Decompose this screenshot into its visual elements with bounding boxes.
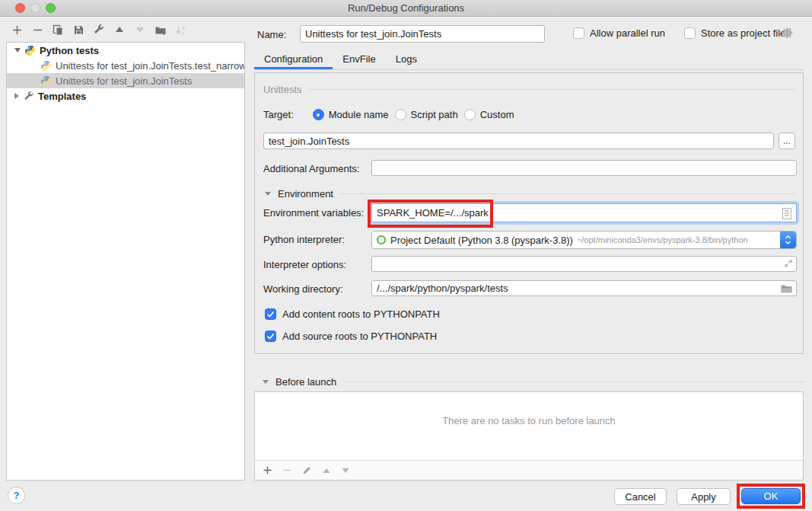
cancel-button[interactable]: Cancel (614, 488, 667, 505)
add-content-roots-checkbox[interactable]: Add content roots to PYTHONPATH (265, 308, 440, 320)
name-label: Name: (257, 29, 286, 40)
svg-text:a: a (182, 24, 185, 30)
separator-line (340, 193, 795, 194)
settings-tabs: Configuration EnvFile Logs (254, 49, 804, 70)
python-interpreter-value: Project Default (Python 3.8 (pyspark-3.8… (390, 235, 573, 246)
radio-module-name-label: Module name (329, 109, 389, 120)
title-bar: Run/Debug Configurations (0, 0, 812, 17)
before-launch-title: Before launch (275, 376, 336, 388)
save-configuration-icon[interactable] (72, 23, 85, 37)
add-task-icon[interactable] (263, 465, 272, 475)
conda-environment-icon (377, 235, 386, 244)
allow-parallel-run-checkbox[interactable]: Allow parallel run (573, 27, 665, 39)
run-debug-configurations-dialog: Run/Debug Configurations az (0, 0, 812, 511)
templates-wrench-icon (23, 91, 34, 102)
tree-item-test-narrow[interactable]: Unittests for test_join.JoinTests.test_n… (7, 58, 244, 73)
add-source-roots-checkbox[interactable]: Add source roots to PYTHONPATH (265, 331, 437, 342)
edit-templates-icon[interactable] (92, 23, 106, 37)
browse-variables-icon[interactable] (782, 208, 791, 219)
checkbox-unchecked[interactable] (573, 27, 584, 39)
store-as-project-file-label: Store as project file (701, 27, 785, 39)
move-up-icon[interactable] (113, 23, 126, 37)
working-directory-label: Working directory: (263, 283, 343, 295)
additional-arguments-label: Additional Arguments: (263, 163, 359, 174)
tree-item-label: Unittests for test_join.JoinTests.test_n… (56, 60, 244, 72)
environment-variables-label: Environment variables: (263, 207, 364, 219)
close-window-button[interactable] (15, 3, 25, 13)
add-configuration-icon[interactable] (10, 23, 24, 37)
red-highlight-ok: OK (737, 484, 805, 509)
collapse-triangle-icon[interactable] (265, 192, 271, 196)
working-directory-field[interactable]: /.../spark/python/pyspark/tests (371, 280, 797, 296)
new-folder-icon[interactable] (154, 23, 167, 37)
add-content-roots-label: Add content roots to PYTHONPATH (282, 308, 440, 320)
before-launch-toolbar (255, 460, 803, 480)
tab-logs[interactable]: Logs (386, 49, 427, 69)
move-task-down-icon (341, 467, 350, 474)
expand-field-icon[interactable] (784, 259, 793, 268)
tree-group-label: Python tests (40, 45, 99, 56)
python-icon (24, 45, 36, 56)
tree-group-label: Templates (38, 91, 86, 102)
target-row: Target: Module name Script path Custom (263, 109, 520, 120)
configurations-toolbar: az (10, 23, 188, 37)
environment-variables-field[interactable]: SPARK_HOME=/.../spark (371, 203, 797, 222)
folder-icon[interactable] (781, 284, 792, 293)
remove-configuration-icon[interactable] (30, 23, 44, 37)
separator-line (309, 89, 795, 90)
before-launch-empty-message: There are no tasks to run before launch (255, 415, 803, 426)
name-input[interactable] (300, 25, 545, 43)
move-down-icon (133, 23, 147, 37)
environment-section-title: Environment (278, 188, 333, 200)
python-interpreter-select[interactable]: Project Default (Python 3.8 (pyspark-3.8… (371, 231, 797, 249)
interpreter-options-input[interactable] (371, 256, 797, 272)
radio-unselected-icon[interactable] (464, 109, 476, 120)
radio-module-name[interactable]: Module name (313, 109, 389, 120)
environment-variables-value: SPARK_HOME=/.../spark (377, 207, 489, 219)
checkbox-unchecked[interactable] (684, 27, 696, 39)
copy-configuration-icon[interactable] (51, 23, 65, 37)
python-interpreter-path: ~/opt/miniconda3/envs/pyspark-3.8/bin/py… (577, 235, 748, 244)
target-label: Target: (263, 109, 294, 120)
tree-item-label: Unittests for test_join.JoinTests (56, 75, 192, 87)
tree-group-templates[interactable]: Templates (7, 88, 244, 104)
remove-task-icon (282, 465, 292, 475)
checkbox-checked-icon[interactable] (265, 308, 276, 320)
help-button[interactable]: ? (8, 487, 25, 504)
tab-configuration[interactable]: Configuration (254, 49, 333, 69)
tree-item-jointests-selected[interactable]: Unittests for test_join.JoinTests (7, 73, 244, 88)
minimize-window-button (30, 3, 40, 13)
configurations-tree: Python tests Unittests for test_join.Joi… (6, 42, 245, 481)
chevron-down-icon[interactable] (14, 48, 21, 53)
before-launch-tasks-box: There are no tasks to run before launch (254, 391, 804, 481)
collapse-triangle-icon[interactable] (263, 380, 269, 384)
store-as-project-file-checkbox[interactable]: Store as project file (684, 27, 785, 39)
target-module-input[interactable] (263, 133, 774, 149)
tree-group-python-tests[interactable]: Python tests (7, 43, 244, 58)
interpreter-options-wrap (371, 256, 797, 272)
chevron-right-icon[interactable] (14, 93, 19, 99)
unittests-section-header: Unittests (263, 84, 795, 95)
gear-icon[interactable] (781, 27, 794, 41)
apply-button[interactable]: Apply (677, 488, 731, 505)
radio-custom[interactable]: Custom (464, 109, 514, 120)
browse-button[interactable]: ... (779, 133, 795, 149)
allow-parallel-run-label: Allow parallel run (590, 27, 665, 39)
radio-script-path[interactable]: Script path (395, 109, 458, 120)
tab-envfile[interactable]: EnvFile (333, 49, 385, 69)
radio-selected-icon[interactable] (313, 109, 324, 120)
environment-section-header[interactable]: Environment (265, 188, 795, 200)
checkbox-checked-icon[interactable] (265, 331, 276, 342)
additional-arguments-input[interactable] (371, 160, 797, 176)
window-title: Run/Debug Configurations (0, 0, 812, 16)
zoom-window-button[interactable] (46, 3, 56, 13)
radio-unselected-icon[interactable] (395, 109, 406, 120)
working-directory-value: /.../spark/python/pyspark/tests (377, 283, 508, 294)
before-launch-section-header[interactable]: Before launch (263, 376, 804, 388)
ok-button[interactable]: OK (741, 488, 801, 504)
combo-stepper-icon[interactable] (780, 232, 796, 248)
sort-configurations-icon: az (174, 23, 188, 37)
unittests-groupbox: Unittests Target: Module name Script pat… (254, 72, 804, 354)
svg-text:z: z (182, 30, 184, 35)
separator-line (343, 382, 804, 382)
